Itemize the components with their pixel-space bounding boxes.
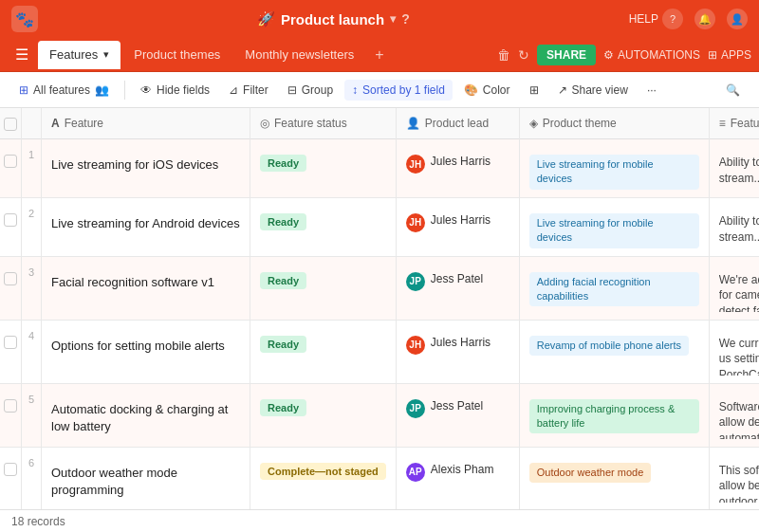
filter-button[interactable]: ⊿ Filter xyxy=(221,80,276,101)
status-header[interactable]: ◎ Feature status xyxy=(250,108,397,139)
lead-cell[interactable]: JPJess Patel xyxy=(397,257,519,304)
add-tab-button[interactable]: + xyxy=(367,46,391,64)
sort-button[interactable]: ↕ Sorted by 1 field xyxy=(344,80,453,101)
avatar: JP xyxy=(406,399,425,418)
share-view-button[interactable]: ↗ Share view xyxy=(550,80,636,101)
row-number: 2 xyxy=(22,198,41,246)
apps-button[interactable]: ⊞ APPS xyxy=(708,48,751,62)
color-label: Color xyxy=(483,83,510,97)
avatar: JH xyxy=(406,336,425,355)
people-icon: 👥 xyxy=(95,83,109,97)
table-container: A Feature ◎ Feature status 👤 Product lea… xyxy=(0,108,759,509)
help-icon[interactable]: ? xyxy=(662,9,683,29)
status-cell[interactable]: Complete—not staged xyxy=(250,448,396,495)
lead-cell[interactable]: JPJess Patel xyxy=(397,384,519,431)
lead-cell[interactable]: JHJules Harris xyxy=(397,198,519,246)
theme-cell[interactable]: Outdoor weather mode xyxy=(520,448,709,495)
feature-cell[interactable]: Options for setting mobile alerts xyxy=(42,321,250,368)
feature-header[interactable]: A Feature xyxy=(42,108,250,139)
theme-header[interactable]: ◈ Product theme xyxy=(519,108,709,139)
hide-fields-button[interactable]: 👁 Hide fields xyxy=(133,80,217,101)
status-badge: Ready xyxy=(260,213,306,230)
automations-label: AUTOMATIONS xyxy=(618,48,700,62)
features-table: A Feature ◎ Feature status 👤 Product lea… xyxy=(0,108,759,509)
row-height-button[interactable]: ⊞ xyxy=(522,80,546,101)
avatar: AP xyxy=(406,463,425,482)
row-checkbox[interactable] xyxy=(4,213,17,227)
lead-name: Jules Harris xyxy=(431,155,491,168)
desc-cell: We currently don't allow us settings on … xyxy=(710,321,759,383)
hamburger-menu[interactable]: ☰ xyxy=(8,40,36,69)
more-options-button[interactable]: ··· xyxy=(639,80,664,101)
group-button[interactable]: ⊟ Group xyxy=(280,80,341,101)
share-view-icon: ↗ xyxy=(558,83,567,97)
theme-tag: Outdoor weather mode xyxy=(529,463,652,483)
share-button[interactable]: SHARE xyxy=(537,45,596,65)
top-bar-center: 🚀 Product launch ▾ ? xyxy=(257,10,410,28)
theme-tag: Improving charging process & battery lif… xyxy=(529,399,699,434)
tab-bar: ☰ Features ▾ Product themes Monthly news… xyxy=(0,38,759,72)
feature-cell[interactable]: Automatic docking & charging at low batt… xyxy=(42,384,250,443)
row-checkbox[interactable] xyxy=(4,155,17,168)
color-button[interactable]: 🎨 Color xyxy=(456,80,518,101)
status-cell[interactable]: Ready xyxy=(250,257,396,304)
status-cell[interactable]: Ready xyxy=(250,139,396,187)
tab-monthly-newsletters-label: Monthly newsletters xyxy=(245,47,354,62)
theme-col-label: Product theme xyxy=(543,117,617,130)
lead-cell[interactable]: JHJules Harris xyxy=(397,139,519,187)
row-checkbox[interactable] xyxy=(4,272,17,285)
desc-header[interactable]: ≡ Feature description xyxy=(709,108,759,139)
status-badge: Ready xyxy=(260,336,306,353)
theme-cell[interactable]: Live streaming for mobile devices xyxy=(520,198,709,256)
trash-icon[interactable]: 🗑 xyxy=(497,47,510,63)
status-badge: Ready xyxy=(260,272,306,289)
feature-cell[interactable]: Live streaming for iOS devices xyxy=(42,139,250,187)
status-cell[interactable]: Ready xyxy=(250,321,396,368)
automations-button[interactable]: ⚙ AUTOMATIONS xyxy=(603,48,700,62)
tab-features[interactable]: Features ▾ xyxy=(38,41,120,69)
automations-icon: ⚙ xyxy=(603,48,614,62)
row-checkbox[interactable] xyxy=(4,399,17,413)
feature-cell[interactable]: Facial recognition software v1 xyxy=(42,257,250,304)
table-row: 3Facial recognition software v1ReadyJPJe… xyxy=(0,256,759,320)
row-number: 4 xyxy=(22,321,41,368)
feature-name: Automatic docking & charging at low batt… xyxy=(51,392,240,435)
theme-cell[interactable]: Revamp of mobile phone alerts xyxy=(520,321,709,368)
rocket-icon: 🚀 xyxy=(257,10,275,28)
theme-cell[interactable]: Live streaming for mobile devices xyxy=(520,139,709,197)
checkbox-header[interactable] xyxy=(0,108,22,139)
user-icon[interactable]: 👤 xyxy=(727,9,748,29)
filter-label: Filter xyxy=(243,83,268,97)
app-logo[interactable]: 🐾 xyxy=(11,6,38,32)
share-label: SHARE xyxy=(546,48,586,62)
row-number: 3 xyxy=(22,257,41,304)
feature-col-icon: A xyxy=(51,117,60,130)
help-button[interactable]: HELP ? xyxy=(629,9,683,29)
feature-cell[interactable]: Outdoor weather mode programming xyxy=(42,448,250,506)
lead-header[interactable]: 👤 Product lead xyxy=(396,108,519,139)
top-bar: 🐾 🚀 Product launch ▾ ? HELP ? 🔔 👤 xyxy=(0,0,759,38)
feature-cell[interactable]: Live streaming for Android devices xyxy=(42,198,250,246)
status-cell[interactable]: Ready xyxy=(250,198,396,246)
notifications-icon[interactable]: 🔔 xyxy=(694,9,715,29)
toolbar: ⊞ All features 👥 👁 Hide fields ⊿ Filter … xyxy=(0,72,759,108)
lead-cell[interactable]: JHJules Harris xyxy=(397,321,519,368)
desc-cell: We're adding the ability for cameras to … xyxy=(710,257,759,320)
select-all-checkbox[interactable] xyxy=(4,118,17,131)
tab-bar-actions: 🗑 ↻ SHARE ⚙ AUTOMATIONS ⊞ APPS xyxy=(497,45,751,65)
refresh-icon[interactable]: ↻ xyxy=(518,47,529,63)
search-button[interactable]: 🔍 xyxy=(718,80,748,101)
status-cell[interactable]: Ready xyxy=(250,384,396,431)
row-number: 6 xyxy=(22,448,41,495)
theme-cell[interactable]: Adding facial recognition capabilities xyxy=(520,257,709,315)
row-checkbox[interactable] xyxy=(4,463,17,476)
tab-monthly-newsletters[interactable]: Monthly newsletters xyxy=(233,41,365,69)
tab-product-themes[interactable]: Product themes xyxy=(122,41,231,69)
theme-cell[interactable]: Improving charging process & battery lif… xyxy=(520,384,709,442)
desc-text: We currently don't allow us settings on … xyxy=(719,328,759,376)
row-number: 1 xyxy=(22,139,41,187)
lead-cell[interactable]: APAlexis Pham xyxy=(397,448,519,495)
all-features-toggle[interactable]: ⊞ All features 👥 xyxy=(11,80,117,101)
apps-label: APPS xyxy=(721,48,751,62)
row-checkbox[interactable] xyxy=(4,336,17,349)
